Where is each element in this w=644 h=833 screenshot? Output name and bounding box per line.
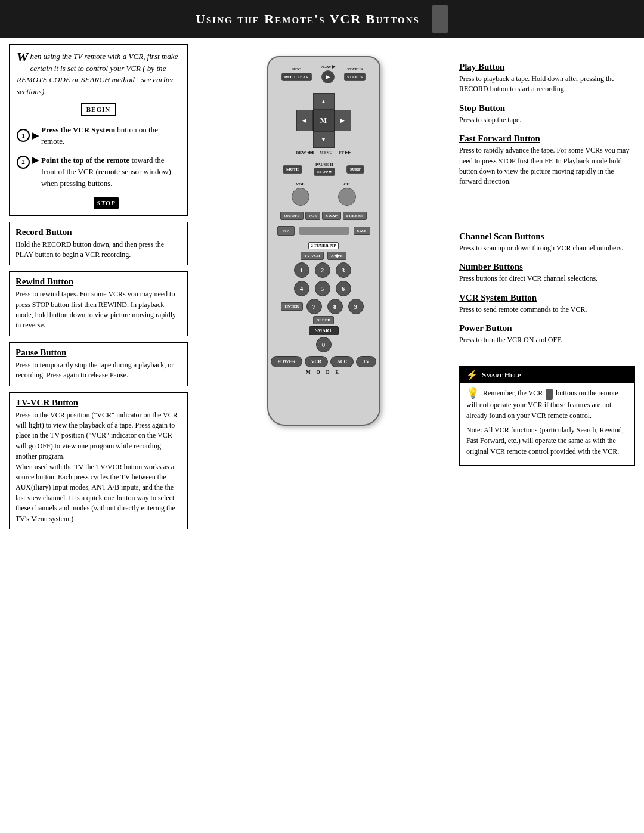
dpad-corner-tr <box>335 93 351 110</box>
stop-button-body: Press to stop the tape. <box>459 115 635 125</box>
num0-row: 0 <box>277 337 370 352</box>
dpad-corner-tl <box>296 93 313 110</box>
power-button-body: Press to turn the VCR ON and OFF. <box>459 335 635 345</box>
bottom-row: POWER VCR ACC TV <box>277 356 370 367</box>
vol-ch-row: VOL CH <box>277 182 370 206</box>
begin-button-label: BEGIN <box>81 103 116 116</box>
play-label-top: PLAY ▶ <box>320 64 335 69</box>
freeze-button[interactable]: FREEZE <box>343 212 367 220</box>
section-stop-button: Stop Button Press to stop the tape. <box>459 103 635 129</box>
mute-button[interactable]: MUTE <box>283 165 302 174</box>
smart-help-title: Smart Help <box>482 370 521 380</box>
tv-vcr-ab-row: TV VCR A◀▶B <box>277 252 370 260</box>
status-button[interactable]: STATUS <box>344 73 366 81</box>
step2-circle: 2 <box>17 156 30 169</box>
menu-label: MENU <box>320 150 332 155</box>
sleep-button[interactable]: SLEEP <box>313 316 333 324</box>
page-number: 47 <box>0 825 644 833</box>
step1-circle: 1 <box>17 129 30 142</box>
num-789-grid: 7 8 9 <box>306 299 366 314</box>
pause-button-title: Pause Button <box>16 348 181 358</box>
lightning-icon: ⚡ <box>466 369 478 380</box>
section-channel-scan-buttons: Channel Scan Buttons Press to scan up or… <box>459 231 635 257</box>
sleep-row: SLEEP <box>277 316 370 324</box>
number-buttons-body: Press buttons for direct VCR channel sel… <box>459 274 635 284</box>
tuner-row: 2 TUNER PIP <box>277 242 370 249</box>
num3-button[interactable]: 3 <box>336 262 351 278</box>
channel-scan-buttons-title: Channel Scan Buttons <box>459 231 635 241</box>
rewind-button-title: Rewind Button <box>16 277 181 287</box>
tv-vcr-button-remote[interactable]: TV VCR <box>301 252 323 260</box>
pip-button[interactable]: PIP <box>277 226 295 236</box>
tv-vcr-button-body: Press to the VCR position ("VCR" indicat… <box>16 410 181 524</box>
pause-label: PAUSE II <box>315 162 333 167</box>
a-b-button[interactable]: A◀▶B <box>327 252 346 260</box>
pos-button[interactable]: POS <box>305 212 321 220</box>
enter-button[interactable]: ENTER <box>281 302 302 311</box>
vol-col: VOL <box>292 182 309 206</box>
play-button-body: Press to playback a tape. Hold down afte… <box>459 74 635 95</box>
dpad-down[interactable]: ▼ <box>313 131 335 148</box>
smart-button[interactable]: SMART <box>309 326 339 335</box>
dpad-corner-bl <box>296 131 313 148</box>
dpad-up[interactable]: ▲ <box>313 93 335 110</box>
num5-button[interactable]: 5 <box>315 281 330 296</box>
rew-label: REW ◀◀ <box>296 150 313 155</box>
ch-button[interactable] <box>338 188 356 206</box>
vcr-system-button-title: VCR System Button <box>459 293 635 303</box>
remote-top-row: REC REC CLEAR PLAY ▶ ▶ STATUS STATUS <box>277 64 370 83</box>
num7-button[interactable]: 7 <box>306 299 322 314</box>
status-label: STATUS <box>347 67 363 72</box>
vol-button[interactable] <box>292 188 309 206</box>
step1-row: 1 ▶ Press the VCR System button on the r… <box>17 122 180 147</box>
power-button-remote[interactable]: POWER <box>271 356 302 367</box>
rec-clear-button[interactable]: REC CLEAR <box>281 73 312 81</box>
bulb-icon: 💡 <box>466 388 479 398</box>
tv-vcr-button-title: TV-VCR Button <box>16 398 181 408</box>
surf-button[interactable]: SURF <box>346 165 364 174</box>
section-pause-button: Pause Button Press to temporarily stop t… <box>9 342 188 386</box>
onoff-button[interactable]: ON/OFF <box>280 212 303 220</box>
mute-stop-surf-row: MUTE PAUSE II STOP ■ SURF <box>277 162 370 176</box>
vcr-small-icon <box>546 389 553 400</box>
num2-button[interactable]: 2 <box>315 262 330 278</box>
number-grid: 1 2 3 4 5 6 <box>277 262 370 296</box>
channel-scan-buttons-body: Press to scan up or down through VCR cha… <box>459 243 635 253</box>
stop-button-remote[interactable]: STOP ■ <box>314 168 335 176</box>
num6-button[interactable]: 6 <box>336 281 351 296</box>
num4-button[interactable]: 4 <box>294 281 309 296</box>
intro-w-letter: W <box>17 51 29 64</box>
left-column: W hen using the TV remote with a VCR, fi… <box>9 44 188 819</box>
section-fast-forward-button: Fast Forward Button Press to rapidly adv… <box>459 134 635 191</box>
header-title: Using the Remote's VCR Buttons <box>196 11 420 27</box>
num9-button[interactable]: 9 <box>348 299 364 314</box>
smart-help-box: ⚡ Smart Help 💡 Remember, the VCR buttons… <box>459 366 635 466</box>
num1-button[interactable]: 1 <box>294 262 309 278</box>
acc-button-remote[interactable]: ACC <box>330 356 354 367</box>
dpad-left[interactable]: ◀ <box>296 110 313 131</box>
tv-button-remote[interactable]: TV <box>356 356 376 367</box>
smart-help-body: 💡 Remember, the VCR buttons on the remot… <box>466 388 628 456</box>
num8-button[interactable]: 8 <box>327 299 343 314</box>
record-button-title: Record Button <box>16 227 181 237</box>
intro-body: hen using the TV remote with a VCR, firs… <box>17 52 178 96</box>
step2-arrow: ▶ <box>32 154 39 166</box>
swap-button[interactable]: SWAP <box>322 212 340 220</box>
main-content: W hen using the TV remote with a VCR, fi… <box>0 38 644 825</box>
dpad-center-m[interactable]: M <box>313 110 335 131</box>
mode-label: M O D E <box>277 370 370 375</box>
vol-label: VOL <box>296 182 305 187</box>
section-number-buttons: Number Buttons Press buttons for direct … <box>459 262 635 287</box>
play-button-remote[interactable]: ▶ <box>321 70 335 83</box>
section-tv-vcr-button: TV-VCR Button Press to the VCR position … <box>9 392 188 529</box>
vcr-button-remote[interactable]: VCR <box>305 356 328 367</box>
dpad-right[interactable]: ▶ <box>335 110 351 131</box>
smart-help-header: ⚡ Smart Help <box>460 367 634 383</box>
num0-button[interactable]: 0 <box>316 337 332 352</box>
size-button[interactable]: SIZE <box>354 227 370 235</box>
ch-col: CH <box>338 182 356 206</box>
power-button-title: Power Button <box>459 323 635 333</box>
intro-text: W hen using the TV remote with a VCR, fi… <box>17 51 180 97</box>
fast-forward-button-body: Press to rapidly advance the tape. For s… <box>459 145 635 187</box>
onoff-row: ON/OFF POS SWAP FREEZE <box>277 212 370 220</box>
